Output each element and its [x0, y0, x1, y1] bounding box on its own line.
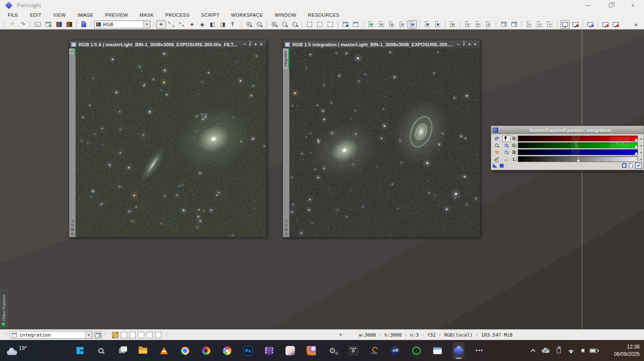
onedrive-icon[interactable]: [542, 348, 550, 353]
zoom-out-tool-icon[interactable]: −: [502, 149, 510, 156]
taskbar-cpwi[interactable]: CPWI: [368, 342, 380, 359]
toolbar-drag-handle[interactable]: [90, 21, 93, 28]
color-management-icon[interactable]: [64, 20, 73, 29]
fit-view-icon[interactable]: ↖↘: [167, 20, 176, 29]
process-doc3-icon[interactable]: [483, 20, 493, 29]
link-rgb-icon[interactable]: [493, 135, 501, 142]
history-forward-icon[interactable]: [433, 20, 442, 29]
process-new-icon[interactable]: [366, 20, 376, 29]
taskbar-task-view[interactable]: [116, 342, 128, 359]
image-window-a[interactable]: RGB 1:5 A | masterLight_BIN-1_3008x3008_…: [69, 40, 267, 238]
workspace-6-button[interactable]: [155, 332, 161, 338]
process-explorer-icon[interactable]: [407, 20, 417, 29]
taskbar-gears-app[interactable]: ⚙: [326, 342, 338, 359]
image-window-a-titlebar[interactable]: RGB 1:5 A | masterLight_BIN-1_3008x3008_…: [69, 40, 266, 48]
taskbar-pixinsight[interactable]: [453, 342, 465, 359]
workspace-4-button[interactable]: [138, 332, 144, 338]
highlights-clip-icon[interactable]: [500, 164, 504, 168]
workspace-doc1-icon[interactable]: [524, 20, 534, 29]
stf-red-bar[interactable]: [518, 135, 638, 141]
select-mode-icon[interactable]: [228, 20, 238, 29]
screen-stf-icon[interactable]: [560, 20, 570, 29]
sync-icon[interactable]: ◎: [285, 232, 288, 236]
menu-workspace[interactable]: WORKSPACE: [231, 12, 263, 18]
shade-button[interactable]: z: [461, 42, 467, 47]
minimize-button[interactable]: −: [456, 42, 461, 47]
enable-stf-check-icon[interactable]: ✓: [635, 162, 642, 169]
stf-reset-icon[interactable]: ◂: [639, 157, 643, 161]
minimize-button[interactable]: −: [242, 42, 247, 47]
taskbar-phd2-guiding[interactable]: [410, 342, 422, 359]
color-spaces-icon[interactable]: [54, 20, 63, 29]
new-instance-icon[interactable]: [79, 20, 88, 29]
new-image-icon[interactable]: [43, 20, 53, 29]
dropdown-arrow-icon[interactable]: ▾: [85, 331, 92, 338]
stf-titlebar[interactable]: ScreenTransferFunction: integration: [491, 126, 644, 134]
stf-reset-icon[interactable]: ◂: [639, 150, 643, 154]
menu-window[interactable]: WINDOW: [275, 12, 297, 18]
taskbar-video-editor[interactable]: [263, 342, 275, 359]
toolbar-overflow-button[interactable]: »: [631, 20, 641, 29]
view-tab-integration[interactable]: integration: [283, 48, 289, 69]
tray-expand-icon[interactable]: [531, 349, 535, 353]
process-clone-icon[interactable]: [387, 20, 396, 29]
zoom-optimal-icon[interactable]: ·: [290, 20, 299, 29]
new-instance-doc-icon[interactable]: [629, 163, 633, 168]
zoom-button[interactable]: +: [467, 42, 472, 47]
minimize-button[interactable]: —: [577, 0, 599, 11]
edit-stf-cursor-icon[interactable]: [502, 135, 510, 142]
image-view-a[interactable]: [76, 48, 266, 237]
menu-resources[interactable]: RESOURCES: [308, 12, 339, 18]
new-preview-icon[interactable]: [305, 20, 314, 29]
shade-button[interactable]: z: [247, 42, 253, 47]
image-view-integration[interactable]: [289, 48, 480, 237]
duplicate-icon[interactable]: ⊞: [71, 228, 74, 232]
usb-icon[interactable]: [557, 348, 561, 353]
stf-reset-icon[interactable]: ◂: [639, 137, 643, 141]
zoom-out-icon[interactable]: −: [254, 20, 264, 29]
stf-blue-bar[interactable]: [518, 149, 638, 155]
menu-file[interactable]: FILE: [8, 12, 18, 18]
view-identifier-icon[interactable]: [33, 20, 43, 29]
process-edit-icon[interactable]: [377, 20, 386, 29]
taskbar-comet-app[interactable]: [284, 342, 296, 359]
undo-icon[interactable]: ↶: [8, 20, 17, 29]
auto-stretch-icon[interactable]: ☢: [493, 149, 501, 156]
weather-widget[interactable]: 19°: [7, 343, 33, 358]
track-view-icon[interactable]: [622, 163, 626, 168]
fit-selection-icon[interactable]: ↘↖: [177, 20, 186, 29]
restore-button[interactable]: [599, 0, 622, 11]
process-doc2-icon[interactable]: [473, 20, 483, 29]
delete-preview-icon[interactable]: [325, 20, 335, 29]
dropdown-arrow-icon[interactable]: ▾: [143, 21, 150, 28]
workspace-5-button[interactable]: [146, 332, 153, 338]
taskbar-search[interactable]: [95, 342, 107, 359]
taskbar-script-terminal[interactable]: [347, 342, 359, 359]
statusbar-drag-handle[interactable]: [166, 331, 168, 338]
maximize-view-icon[interactable]: [340, 20, 350, 29]
taskbar-more-apps[interactable]: •••: [474, 342, 486, 359]
menu-script[interactable]: SCRIPT: [201, 12, 220, 18]
clock[interactable]: 12:38 06/09/2025: [614, 340, 640, 361]
taskbar-astro-imager[interactable]: [305, 342, 317, 359]
stf-green-bar[interactable]: [518, 142, 638, 148]
sync-icon[interactable]: ◎: [71, 232, 74, 236]
toolbar-drag-handle[interactable]: [3, 21, 6, 28]
duplicate-icon[interactable]: ⊞: [285, 228, 288, 232]
toolbar-drag-handle[interactable]: [362, 21, 365, 28]
redo-icon[interactable]: ↷: [18, 20, 27, 29]
center-image-icon[interactable]: ◈: [197, 20, 207, 29]
process-reload-icon[interactable]: [448, 20, 457, 29]
object-explorer-tab[interactable]: Object Explorer: [0, 290, 7, 328]
workspace-doc3-icon[interactable]: [545, 20, 554, 29]
crop-icon[interactable]: ⊡: [71, 223, 74, 227]
statusbar-drag-handle[interactable]: [103, 331, 106, 338]
stf-highlight-handle[interactable]: [635, 145, 638, 148]
stf-highlight-handle[interactable]: [635, 138, 638, 141]
menu-mask[interactable]: MASK: [140, 12, 154, 18]
menu-edit[interactable]: EDIT: [30, 12, 42, 18]
shadows-clip-icon[interactable]: [493, 163, 497, 168]
menu-image[interactable]: IMAGE: [77, 12, 93, 18]
taskbar-chrome[interactable]: [179, 342, 191, 359]
zoom-in-icon[interactable]: +: [244, 20, 253, 29]
